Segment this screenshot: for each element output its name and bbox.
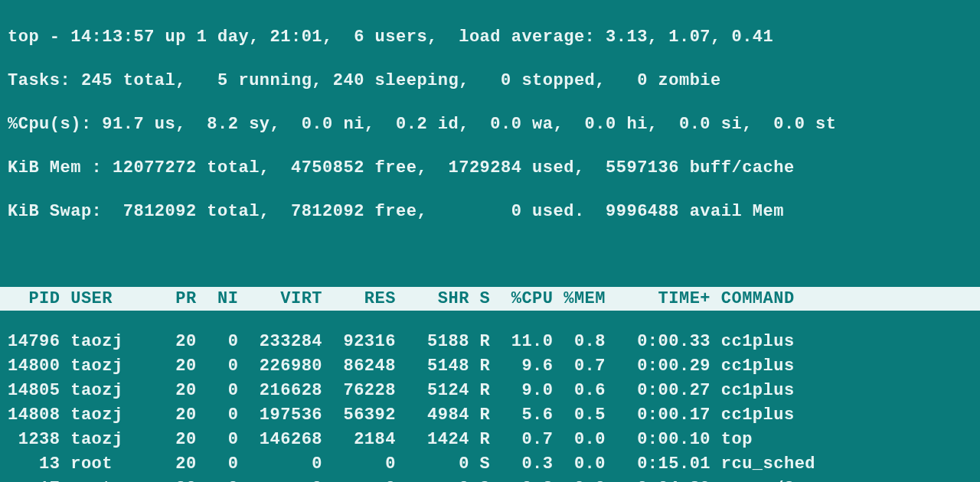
terminal-output: top - 14:13:57 up 1 day, 21:01, 6 users,…	[0, 0, 980, 482]
process-row: 14796 taozj 20 0 233284 92316 5188 R 11.…	[8, 330, 972, 354]
summary-line-swap: KiB Swap: 7812092 total, 7812092 free, 0…	[8, 200, 972, 224]
summary-line-cpu: %Cpu(s): 91.7 us, 8.2 sy, 0.0 ni, 0.2 id…	[8, 112, 972, 137]
summary-line-tasks: Tasks: 245 total, 5 running, 240 sleepin…	[8, 69, 972, 93]
process-table-header: PID USER PR NI VIRT RES SHR S %CPU %MEM …	[0, 287, 980, 311]
process-row: 17 root 20 0 0 0 0 S 0.3 0.0 0:04.89 rcu…	[8, 477, 972, 482]
process-row: 14808 taozj 20 0 197536 56392 4984 R 5.6…	[8, 403, 972, 428]
process-row: 14805 taozj 20 0 216628 76228 5124 R 9.0…	[8, 379, 972, 403]
summary-line-uptime: top - 14:13:57 up 1 day, 21:01, 6 users,…	[8, 25, 972, 50]
process-row: 14800 taozj 20 0 226980 86248 5148 R 9.6…	[8, 354, 972, 379]
summary-line-mem: KiB Mem : 12077272 total, 4750852 free, …	[8, 156, 972, 181]
process-row: 13 root 20 0 0 0 0 S 0.3 0.0 0:15.01 rcu…	[8, 452, 972, 477]
process-table-body: 14796 taozj 20 0 233284 92316 5188 R 11.…	[8, 330, 972, 482]
process-row: 1238 taozj 20 0 146268 2184 1424 R 0.7 0…	[8, 428, 972, 452]
